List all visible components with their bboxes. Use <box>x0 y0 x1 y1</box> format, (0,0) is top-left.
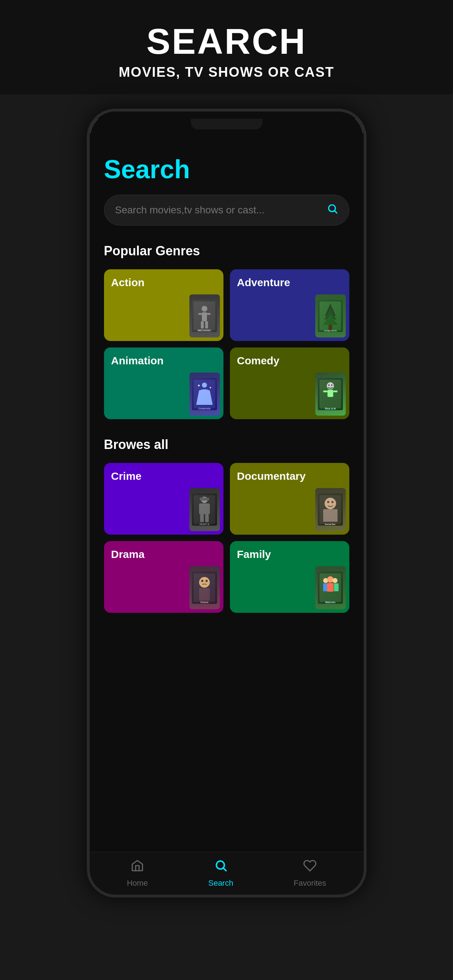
svg-point-43 <box>325 498 336 509</box>
genre-adventure-label: Adventure <box>237 277 290 289</box>
nav-home[interactable]: Home <box>127 859 148 888</box>
svg-line-65 <box>223 868 226 871</box>
svg-marker-14 <box>324 309 337 320</box>
genre-family[interactable]: Family Malcolm <box>230 541 349 613</box>
bottom-nav: Home Search Favorites <box>90 852 364 895</box>
svg-point-44 <box>327 501 329 503</box>
genre-animation-label: Animation <box>111 355 164 367</box>
documentary-poster: Social Net. <box>315 488 346 531</box>
genre-drama[interactable]: Drama Drama <box>104 541 223 613</box>
crime-poster: PEAKY B <box>189 488 220 531</box>
search-icon[interactable] <box>327 203 338 217</box>
search-nav-icon <box>214 859 228 876</box>
genre-documentary-label: Documentary <box>237 470 306 482</box>
svg-rect-7 <box>207 313 211 315</box>
svg-rect-6 <box>198 313 202 315</box>
svg-point-26 <box>327 382 334 390</box>
genre-comedy-label: Comedy <box>237 355 279 367</box>
adventure-poster: Jungle Book <box>315 294 346 337</box>
search-bar[interactable] <box>104 195 349 226</box>
svg-rect-60 <box>323 584 328 591</box>
svg-marker-15 <box>323 314 338 325</box>
nav-home-label: Home <box>127 878 148 888</box>
svg-marker-13 <box>325 303 336 316</box>
svg-rect-9 <box>205 321 208 328</box>
svg-rect-31 <box>333 390 338 392</box>
svg-text:Rick & M: Rick & M <box>325 407 336 410</box>
svg-rect-55 <box>318 571 343 604</box>
genre-family-label: Family <box>237 548 271 560</box>
nav-favorites[interactable]: Favorites <box>294 859 326 888</box>
svg-rect-30 <box>323 390 327 392</box>
svg-rect-33 <box>192 493 217 526</box>
svg-text:PEAKY B: PEAKY B <box>200 523 209 525</box>
svg-rect-37 <box>199 503 210 514</box>
svg-rect-56 <box>320 573 341 602</box>
popular-genres-title: Popular Genres <box>104 243 349 259</box>
promo-title: SEARCH <box>14 22 439 61</box>
browse-all-grid: Crime PEAKY B <box>104 463 349 613</box>
svg-point-59 <box>332 578 338 583</box>
svg-rect-18 <box>192 378 217 410</box>
browse-all-title: Browes all <box>104 437 349 452</box>
genre-crime[interactable]: Crime PEAKY B <box>104 463 223 535</box>
svg-text:Drama: Drama <box>201 601 208 603</box>
svg-rect-24 <box>318 378 343 410</box>
svg-text:Jungle Book: Jungle Book <box>324 329 337 332</box>
svg-rect-3 <box>194 302 215 330</box>
svg-point-58 <box>327 576 333 583</box>
svg-rect-48 <box>192 571 217 604</box>
genre-comedy[interactable]: Comedy Rick <box>230 347 349 419</box>
svg-rect-12 <box>320 302 341 330</box>
svg-rect-5 <box>202 312 207 321</box>
promo-subtitle: MOVIES, TV SHOWS OR CAST <box>14 65 439 80</box>
svg-rect-49 <box>194 573 215 602</box>
phone-screen: Search Popular Genres Action <box>90 133 364 886</box>
search-input[interactable] <box>115 204 327 216</box>
svg-rect-29 <box>327 390 333 397</box>
svg-rect-42 <box>320 495 341 524</box>
svg-point-52 <box>206 580 208 582</box>
genre-action[interactable]: Action MECHANIC <box>104 269 223 341</box>
animation-poster: ✦ ✦ Cinderella <box>189 372 220 415</box>
svg-rect-19 <box>194 380 215 409</box>
home-icon <box>131 859 144 876</box>
svg-rect-25 <box>320 380 341 409</box>
heart-icon <box>303 859 317 876</box>
popular-genres-section: Popular Genres Action <box>104 243 349 419</box>
svg-point-20 <box>202 383 207 388</box>
svg-text:Malcolm: Malcolm <box>325 601 335 603</box>
svg-point-27 <box>328 384 330 386</box>
svg-point-57 <box>323 578 328 583</box>
svg-rect-62 <box>334 584 338 591</box>
drama-poster: Drama <box>189 566 220 609</box>
svg-text:Social Net.: Social Net. <box>325 523 336 525</box>
popular-genres-grid: Action MECHANIC <box>104 269 349 419</box>
screen-title: Search <box>104 154 349 184</box>
family-poster: Malcolm <box>315 566 346 609</box>
browse-all-section: Browes all Crime <box>104 437 349 613</box>
promo-header: SEARCH MOVIES, TV SHOWS OR CAST <box>0 0 453 94</box>
svg-rect-39 <box>205 514 209 522</box>
svg-rect-11 <box>318 300 343 332</box>
genre-drama-label: Drama <box>111 548 145 560</box>
svg-rect-41 <box>318 493 343 526</box>
svg-rect-61 <box>327 583 333 592</box>
svg-point-4 <box>202 306 207 312</box>
svg-text:✦: ✦ <box>197 384 201 388</box>
svg-rect-8 <box>201 321 204 328</box>
comedy-poster: Rick & M <box>315 372 346 415</box>
svg-text:Cinderella: Cinderella <box>198 407 211 410</box>
svg-rect-38 <box>200 514 204 522</box>
genre-documentary[interactable]: Documentary Social Net. <box>230 463 349 535</box>
svg-rect-46 <box>323 509 338 522</box>
phone-frame: Search Popular Genres Action <box>87 109 367 897</box>
genre-animation[interactable]: Animation ✦ ✦ Cinderella <box>104 347 223 419</box>
svg-text:✦: ✦ <box>209 386 212 390</box>
nav-search[interactable]: Search <box>208 859 233 888</box>
genre-adventure[interactable]: Adventure Jungle Book <box>230 269 349 341</box>
svg-text:MECHANIC: MECHANIC <box>198 329 211 332</box>
nav-favorites-label: Favorites <box>294 878 326 888</box>
genre-crime-label: Crime <box>111 470 142 482</box>
svg-rect-16 <box>329 325 332 330</box>
